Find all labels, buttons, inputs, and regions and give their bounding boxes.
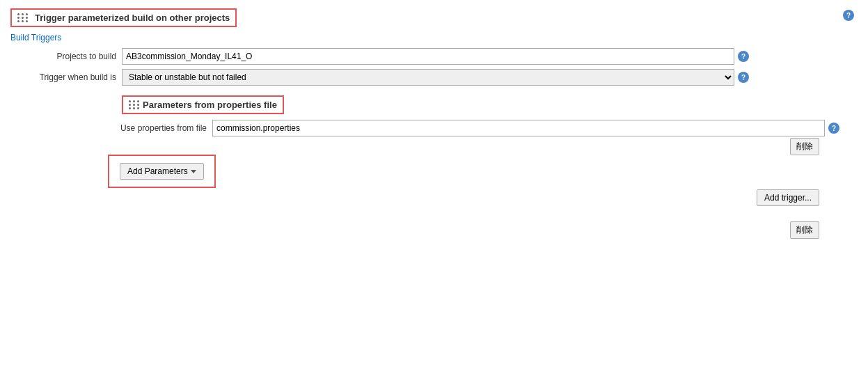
delete-params-button[interactable]: 削除	[790, 138, 819, 155]
use-props-row: Use properties from file ?	[10, 120, 858, 136]
projects-to-build-row: Projects to build ?	[10, 48, 858, 65]
section-title: Trigger parameterized build on other pro…	[17, 13, 230, 23]
use-props-label: Use properties from file	[10, 123, 212, 133]
add-params-box: Add Parameters	[108, 155, 216, 188]
add-params-button[interactable]: Add Parameters	[120, 163, 204, 180]
section-title-text: Trigger parameterized build on other pro…	[35, 13, 230, 23]
projects-label: Projects to build	[10, 52, 122, 61]
delete-overall-button[interactable]: 削除	[790, 221, 819, 239]
params-section: Parameters from properties file Use prop…	[10, 94, 858, 136]
params-title-text: Parameters from properties file	[143, 100, 277, 110]
add-params-label: Add Parameters	[127, 166, 188, 176]
params-drag-handle-icon	[129, 100, 140, 109]
build-triggers-link[interactable]: Build Triggers	[10, 33, 858, 42]
help-icon-top[interactable]: ?	[843, 10, 854, 21]
add-trigger-button[interactable]: Add trigger...	[757, 189, 819, 206]
params-title: Parameters from properties file	[129, 100, 277, 110]
trigger-label: Trigger when build is	[10, 72, 122, 82]
trigger-section-box: Trigger parameterized build on other pro…	[10, 8, 237, 27]
params-section-box: Parameters from properties file	[122, 95, 284, 114]
use-props-input[interactable]	[212, 120, 825, 136]
projects-input[interactable]	[122, 48, 734, 65]
drag-handle-icon	[17, 13, 29, 22]
trigger-select[interactable]: Stable or unstable but not failed Stable…	[122, 69, 734, 86]
page-container: Trigger parameterized build on other pro…	[0, 0, 868, 376]
trigger-when-row: Trigger when build is Stable or unstable…	[10, 69, 858, 86]
help-icon-trigger[interactable]: ?	[738, 72, 749, 83]
help-icon-projects[interactable]: ?	[738, 51, 749, 62]
chevron-down-icon	[191, 170, 196, 173]
help-icon-props[interactable]: ?	[828, 123, 839, 134]
